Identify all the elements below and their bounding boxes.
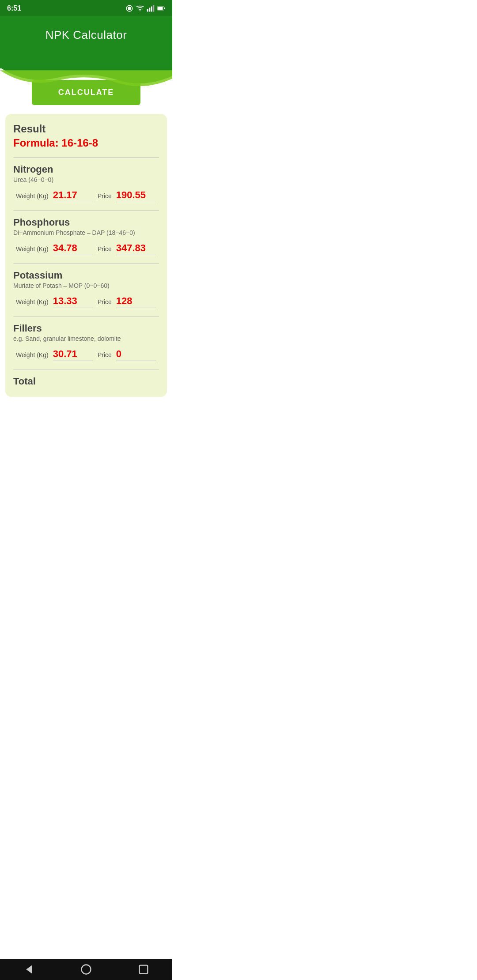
- potassium-weight-label: Weight (Kg): [16, 298, 49, 305]
- potassium-subtitle: Muriate of Potash – MOP (0−0−60): [13, 282, 159, 289]
- header: NPK Calculator: [0, 16, 172, 68]
- phosphorus-weight-value: 34.78: [53, 242, 93, 255]
- potassium-price-value: 128: [116, 295, 156, 308]
- page-title: NPK Calculator: [9, 28, 163, 42]
- nitrogen-subtitle: Urea (46−0−0): [13, 176, 159, 183]
- formula-value: Formula: 16-16-8: [13, 137, 159, 149]
- fillers-price-label: Price: [98, 351, 112, 358]
- phosphorus-section: Phosphorus Di−Ammonium Phosphate – DAP (…: [13, 217, 159, 255]
- status-time: 6:51: [7, 4, 21, 12]
- divider-fillers: [13, 316, 159, 317]
- svg-point-2: [140, 10, 140, 11]
- nitrogen-price-value: 190.55: [116, 189, 156, 202]
- nitrogen-weight-value: 21.17: [53, 189, 93, 202]
- nitrogen-price-label: Price: [98, 192, 112, 200]
- wifi-icon: [136, 4, 144, 12]
- result-card: Result Formula: 16-16-8 Nitrogen Urea (4…: [5, 114, 167, 397]
- potassium-title: Potassium: [13, 270, 159, 281]
- phosphorus-fields: Weight (Kg) 34.78 Price 347.83: [13, 242, 159, 255]
- svg-rect-5: [151, 7, 152, 12]
- phosphorus-price-label: Price: [98, 245, 112, 253]
- nitrogen-section: Nitrogen Urea (46−0−0) Weight (Kg) 21.17…: [13, 164, 159, 202]
- status-icons: [125, 4, 165, 12]
- svg-rect-9: [158, 7, 163, 10]
- divider-potassium: [13, 263, 159, 264]
- divider-nitrogen: [13, 157, 159, 158]
- phosphorus-subtitle: Di−Ammonium Phosphate – DAP (18−46−0): [13, 229, 159, 236]
- svg-rect-3: [147, 9, 148, 12]
- fillers-weight-label: Weight (Kg): [16, 351, 49, 358]
- fillers-subtitle: e.g. Sand, granular limestone, dolomite: [13, 335, 159, 342]
- potassium-weight-value: 13.33: [53, 295, 93, 308]
- total-title: Total: [13, 376, 159, 387]
- fillers-title: Fillers: [13, 323, 159, 334]
- result-label: Result: [13, 123, 159, 135]
- svg-rect-4: [149, 8, 150, 12]
- phosphorus-title: Phosphorus: [13, 217, 159, 228]
- potassium-fields: Weight (Kg) 13.33 Price 128: [13, 295, 159, 308]
- signal-icon: [147, 4, 155, 12]
- fillers-weight-value: 30.71: [53, 348, 93, 361]
- fillers-fields: Weight (Kg) 30.71 Price 0: [13, 348, 159, 361]
- battery-icon: [157, 4, 165, 12]
- notification-icon: [125, 4, 133, 12]
- nitrogen-title: Nitrogen: [13, 164, 159, 175]
- svg-point-0: [128, 7, 131, 10]
- phosphorus-price-value: 347.83: [116, 242, 156, 255]
- potassium-section: Potassium Muriate of Potash – MOP (0−0−6…: [13, 270, 159, 308]
- fillers-section: Fillers e.g. Sand, granular limestone, d…: [13, 323, 159, 361]
- fillers-price-value: 0: [116, 348, 156, 361]
- phosphorus-weight-label: Weight (Kg): [16, 245, 49, 253]
- nitrogen-fields: Weight (Kg) 21.17 Price 190.55: [13, 189, 159, 202]
- divider-phosphorus: [13, 210, 159, 211]
- status-bar: 6:51: [0, 0, 172, 16]
- divider-total: [13, 369, 159, 369]
- potassium-price-label: Price: [98, 298, 112, 305]
- nitrogen-weight-label: Weight (Kg): [16, 192, 49, 200]
- svg-rect-8: [164, 8, 165, 9]
- svg-rect-6: [153, 5, 154, 12]
